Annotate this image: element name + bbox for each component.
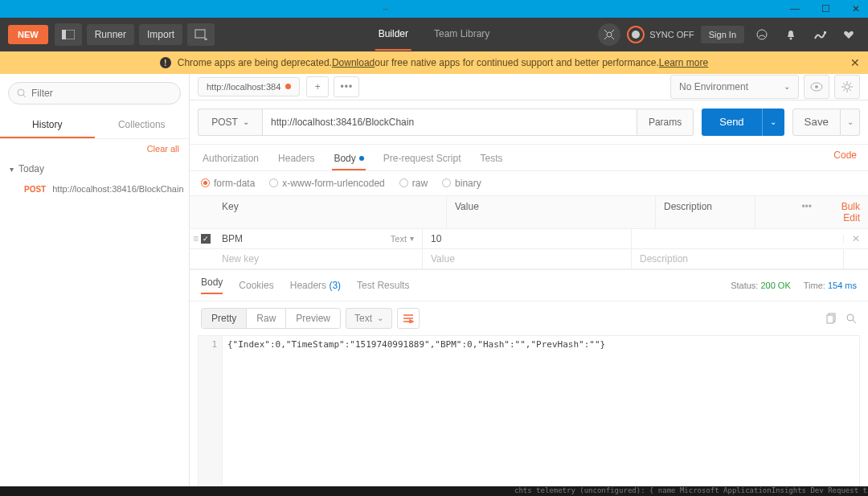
response-meta: Status: 200 OK Time: 154 ms <box>731 281 857 290</box>
chevron-down-icon: ⌄ <box>243 117 249 126</box>
new-window-icon[interactable] <box>187 23 215 46</box>
filter-input[interactable] <box>31 88 172 99</box>
svg-line-9 <box>612 37 614 39</box>
kv-row-new[interactable]: New key Value Description <box>190 249 868 269</box>
close-icon[interactable]: ✕ <box>849 2 863 16</box>
kv-key-cell[interactable]: BPM Text ▾ <box>214 229 423 248</box>
kv-newvalue-cell[interactable]: Value <box>423 249 632 268</box>
kv-header: Key Value Description ••• Bulk Edit <box>190 196 868 229</box>
svg-point-17 <box>845 84 850 89</box>
capture-icon[interactable] <box>598 23 620 46</box>
tab-swap-icon[interactable]: ↔ <box>382 4 391 14</box>
heart-icon[interactable] <box>837 23 860 46</box>
subtab-body[interactable]: Body <box>332 148 365 170</box>
kv-delete-icon[interactable]: ✕ <box>844 233 868 244</box>
environment-select[interactable]: No Environment ⌄ <box>670 75 799 99</box>
settings-icon[interactable] <box>809 23 831 46</box>
save-options-button[interactable]: ⌄ <box>841 109 860 136</box>
subtab-tests[interactable]: Tests <box>478 148 504 170</box>
chevron-down-icon: ⌄ <box>784 82 790 91</box>
tab-builder[interactable]: Builder <box>375 18 411 51</box>
view-pretty[interactable]: Pretty <box>202 309 247 328</box>
runner-button[interactable]: Runner <box>87 24 134 45</box>
banner-learn-link[interactable]: Learn more <box>659 57 708 68</box>
kv-key-text: BPM <box>222 233 243 244</box>
banner-download-link[interactable]: Download <box>332 57 375 68</box>
kv-desc-cell[interactable] <box>632 235 844 243</box>
view-raw[interactable]: Raw <box>247 309 286 328</box>
response-time: 154 ms <box>828 281 857 290</box>
sidebar-tabs: History Collections <box>0 113 189 139</box>
toggle-sidebar-icon[interactable] <box>55 23 82 46</box>
line-gutter: 1 <box>199 336 223 486</box>
kv-type-select[interactable]: Text ▾ <box>391 234 414 244</box>
response-tabs: Body Cookies Headers (3) Test Results St… <box>190 269 868 301</box>
import-button[interactable]: Import <box>139 24 182 45</box>
svg-point-13 <box>18 89 24 96</box>
save-button[interactable]: Save <box>792 109 841 136</box>
search-icon <box>17 88 27 98</box>
resp-tab-tests[interactable]: Test Results <box>357 280 409 291</box>
request-tab[interactable]: http://localhost:384 <box>198 77 300 96</box>
main-area: History Collections Clear all ▾ Today PO… <box>0 74 868 486</box>
radio-binary[interactable]: binary <box>442 178 481 189</box>
kv-newkey-cell[interactable]: New key <box>214 249 423 268</box>
svg-rect-29 <box>827 315 833 323</box>
notifications-icon[interactable] <box>780 23 802 46</box>
banner-close-icon[interactable]: ✕ <box>850 56 860 69</box>
url-input[interactable] <box>262 109 637 136</box>
radio-raw[interactable]: raw <box>399 178 428 189</box>
wrap-lines-icon[interactable] <box>397 308 420 329</box>
response-format-select[interactable]: Text⌄ <box>346 308 392 329</box>
kv-row-handle[interactable]: ≡ ✓ <box>190 233 214 244</box>
subtab-headers[interactable]: Headers <box>276 148 316 170</box>
sync-status[interactable]: SYNC OFF <box>627 26 694 43</box>
kv-head-options-icon[interactable]: ••• <box>755 196 820 228</box>
radio-form-data[interactable]: form-data <box>201 178 255 189</box>
bulk-edit-link[interactable]: Bulk Edit <box>820 196 868 228</box>
request-tab-label: http://localhost:384 <box>207 82 280 92</box>
sidebar-tab-history[interactable]: History <box>0 113 95 138</box>
resp-tab-cookies[interactable]: Cookies <box>239 280 273 291</box>
signin-button[interactable]: Sign In <box>701 26 744 43</box>
send-button[interactable]: Send <box>702 109 761 136</box>
kv-newdesc-cell[interactable]: Description <box>632 249 844 268</box>
social-icon[interactable] <box>751 23 773 46</box>
history-item[interactable]: POST http://localhost:38416/BlockChain <box>0 179 189 199</box>
environment-preview-icon[interactable] <box>804 75 829 99</box>
subtab-prerequest[interactable]: Pre-request Script <box>382 148 463 170</box>
params-button[interactable]: Params <box>637 109 694 136</box>
response-code[interactable]: {"Index":0,"TimeStamp":"1519740991889","… <box>223 336 859 486</box>
minimize-icon[interactable]: — <box>788 2 802 16</box>
history-group-today[interactable]: ▾ Today <box>0 158 189 179</box>
svg-line-8 <box>604 37 607 39</box>
kv-value-cell[interactable]: 10 <box>423 229 632 248</box>
clear-all-link[interactable]: Clear all <box>0 139 189 158</box>
svg-point-11 <box>790 38 792 40</box>
view-preview[interactable]: Preview <box>286 309 340 328</box>
new-button[interactable]: NEW <box>8 25 48 44</box>
send-options-button[interactable]: ⌄ <box>762 109 784 136</box>
radio-urlencoded[interactable]: x-www-form-urlencoded <box>269 178 384 189</box>
kv-head-value: Value <box>447 196 656 228</box>
maximize-icon[interactable]: ☐ <box>818 2 833 16</box>
tab-team-library[interactable]: Team Library <box>431 18 493 51</box>
filter-input-wrap[interactable] <box>8 82 181 105</box>
tab-options-button[interactable]: ••• <box>334 76 359 97</box>
sidebar-tab-collections[interactable]: Collections <box>95 113 190 138</box>
checkbox-checked-icon[interactable]: ✓ <box>201 234 211 244</box>
toolbar-center-tabs: Builder Team Library <box>375 18 493 51</box>
method-select[interactable]: POST ⌄ <box>198 109 262 136</box>
svg-rect-1 <box>62 30 66 39</box>
svg-rect-2 <box>195 30 205 38</box>
subtab-authorization[interactable]: Authorization <box>201 148 260 170</box>
kv-head-key: Key <box>214 196 447 228</box>
resp-tab-headers[interactable]: Headers (3) <box>290 280 341 291</box>
search-response-icon[interactable] <box>845 313 857 324</box>
banner-text-1: Chrome apps are being deprecated. <box>178 57 332 68</box>
add-tab-button[interactable]: + <box>306 76 329 97</box>
environment-settings-icon[interactable] <box>834 75 860 99</box>
copy-response-icon[interactable] <box>826 313 837 324</box>
resp-tab-body[interactable]: Body <box>201 277 223 294</box>
code-link[interactable]: Code <box>833 150 857 161</box>
